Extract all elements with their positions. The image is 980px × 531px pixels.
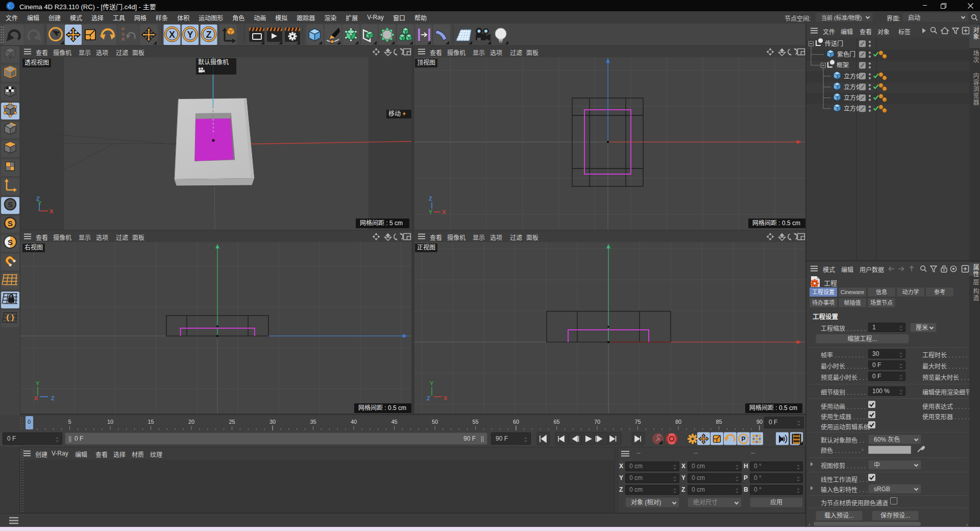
- svg-text:框架: 框架: [837, 62, 849, 69]
- svg-text:紫色门: 紫色门: [837, 51, 855, 58]
- svg-text:50: 50: [432, 419, 438, 425]
- svg-text:S: S: [8, 200, 13, 209]
- svg-text:45: 45: [391, 419, 397, 425]
- svg-text:55: 55: [472, 419, 478, 425]
- svg-text:35: 35: [310, 419, 316, 425]
- svg-text:Y: Y: [429, 209, 433, 215]
- svg-text:5: 5: [68, 419, 71, 425]
- svg-text:S: S: [8, 219, 13, 228]
- svg-text:65: 65: [553, 419, 559, 425]
- svg-text:Z: Z: [51, 395, 55, 401]
- svg-text:X: X: [169, 30, 175, 40]
- svg-text:Z: Z: [427, 395, 430, 401]
- svg-text:X: X: [50, 208, 54, 214]
- svg-text:传送门: 传送门: [825, 40, 843, 47]
- svg-text:R: R: [121, 36, 125, 42]
- svg-text:0: 0: [28, 419, 31, 425]
- svg-text:15: 15: [148, 419, 154, 425]
- svg-text:S: S: [8, 238, 13, 247]
- svg-text:P: P: [741, 436, 745, 443]
- svg-text:Y: Y: [430, 380, 434, 387]
- svg-text:10: 10: [107, 419, 113, 425]
- svg-text:Y: Y: [36, 380, 40, 387]
- svg-text:Y: Y: [38, 200, 42, 206]
- svg-text:20: 20: [188, 419, 194, 425]
- svg-text:80: 80: [675, 419, 681, 425]
- svg-text:X: X: [444, 395, 448, 401]
- svg-text:Y: Y: [187, 30, 193, 40]
- svg-text:Z: Z: [429, 196, 432, 202]
- svg-text:70: 70: [594, 419, 600, 425]
- svg-text:25: 25: [229, 419, 235, 425]
- svg-text:X: X: [34, 395, 38, 401]
- svg-text:75: 75: [634, 419, 641, 425]
- svg-text:30: 30: [270, 419, 276, 425]
- svg-text:85: 85: [716, 419, 722, 425]
- svg-text:X: X: [442, 209, 446, 215]
- svg-text:60: 60: [513, 419, 519, 425]
- svg-text:90: 90: [756, 419, 763, 425]
- svg-text:Z: Z: [206, 30, 212, 40]
- svg-text:40: 40: [351, 419, 357, 425]
